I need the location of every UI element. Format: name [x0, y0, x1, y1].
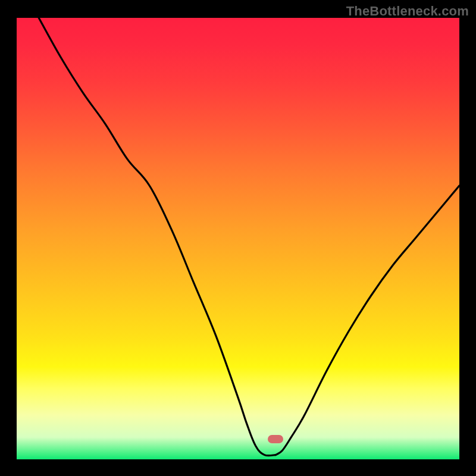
watermark-text: TheBottleneck.com: [346, 4, 469, 19]
plot-area: [17, 18, 459, 459]
optimum-marker: [268, 435, 283, 443]
chart-frame: TheBottleneck.com: [0, 0, 476, 476]
severity-gradient: [17, 18, 459, 459]
